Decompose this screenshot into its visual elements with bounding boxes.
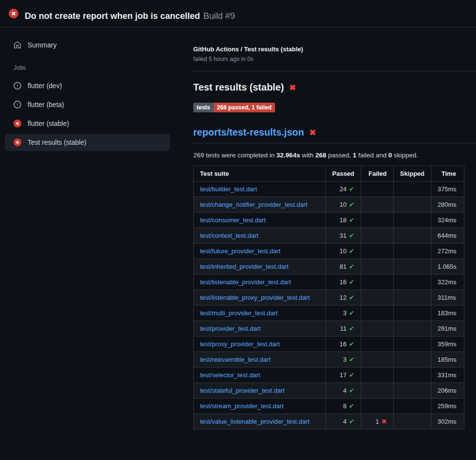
test-suite-cell: test/stream_provider_test.dart <box>194 399 326 414</box>
sidebar-item-summary[interactable]: Summary <box>5 36 170 54</box>
test-suite-link[interactable]: test/proxy_provider_test.dart <box>200 340 280 348</box>
summary-value: 0 <box>388 152 392 159</box>
passed-count: 10 <box>339 201 346 208</box>
test-suite-link[interactable]: test/listenable_provider_test.dart <box>200 278 291 286</box>
test-suite-link[interactable]: test/selector_test.dart <box>200 371 260 379</box>
check-icon: ✔ <box>349 387 354 394</box>
test-results-table: Test suitePassedFailedSkippedTime test/b… <box>193 166 464 429</box>
alert-circle-icon: ! <box>14 82 21 90</box>
skipped-cell <box>393 368 431 383</box>
passed-count: 11 <box>340 325 347 332</box>
run-meta: failed 5 hours ago in 0s <box>193 56 476 62</box>
failed-cell <box>361 182 393 197</box>
failed-cell <box>361 399 393 414</box>
column-header-time: Time <box>431 166 464 182</box>
x-circle-icon: ✖ <box>9 9 18 18</box>
passed-count: 81 <box>339 263 346 270</box>
time-cell: 311ms <box>431 290 464 306</box>
test-suite-row: test/consumer_test.dart18✔324ms <box>194 213 464 228</box>
passed-count: 31 <box>339 232 346 239</box>
passed-cell: 10✔ <box>326 244 361 259</box>
column-header-skipped: Skipped <box>393 166 431 182</box>
jobs-list: !flutter (dev)!flutter (beta)✖flutter (s… <box>5 77 170 151</box>
test-suite-row: test/proxy_provider_test.dart16✔359ms <box>194 337 464 352</box>
test-suite-link[interactable]: test/consumer_test.dart <box>200 216 266 224</box>
test-suite-link[interactable]: test/multi_provider_test.dart <box>200 309 277 317</box>
passed-cell: 4✔ <box>326 414 361 429</box>
section-title-group: Test results (stable) ✖ <box>193 82 476 93</box>
time-cell: 644ms <box>431 228 464 244</box>
test-suite-link[interactable]: test/stream_provider_test.dart <box>200 402 284 410</box>
test-suite-link[interactable]: test/change_notifier_provider_test.dart <box>200 201 307 208</box>
test-suite-cell: test/value_listenable_provider_test.dart <box>194 414 326 429</box>
main-content: GitHub Actions / Test results (stable) f… <box>182 28 476 429</box>
tests-badge: tests 268 passed, 1 failed <box>193 103 275 112</box>
failed-cell <box>361 228 393 244</box>
test-suite-link[interactable]: test/listenable_proxy_provider_test.dart <box>200 294 310 301</box>
test-suite-row: test/selector_test.dart17✔331ms <box>194 368 464 383</box>
passed-count: 17 <box>339 371 346 379</box>
passed-cell: 12✔ <box>326 290 361 306</box>
time-cell: 272ms <box>431 244 464 259</box>
test-suite-link[interactable]: test/value_listenable_provider_test.dart <box>200 418 309 425</box>
sidebar-item-job[interactable]: ✖flutter (stable) <box>5 115 170 132</box>
divider <box>193 71 476 71</box>
test-suite-cell: test/consumer_test.dart <box>194 213 326 228</box>
check-icon: ✔ <box>349 340 354 348</box>
summary-text: failed and <box>356 152 388 159</box>
failed-cell <box>361 259 393 275</box>
skipped-cell <box>393 213 431 228</box>
test-suite-cell: test/context_test.dart <box>194 228 326 244</box>
report-title-group: reports/test-results.json ✖ <box>193 127 476 143</box>
failed-cell <box>361 197 393 213</box>
sidebar-item-job[interactable]: ✖Test results (stable) <box>5 134 170 151</box>
check-icon: ✔ <box>349 294 354 301</box>
column-header-failed: Failed <box>361 166 393 182</box>
test-suite-row: test/multi_provider_test.dart3✔183ms <box>194 306 464 321</box>
test-suite-link[interactable]: test/provider_test.dart <box>200 325 261 332</box>
check-icon: ✔ <box>349 278 354 286</box>
report-file-link[interactable]: reports/test-results.json <box>193 127 304 138</box>
check-icon: ✔ <box>349 216 354 224</box>
time-cell: 280ms <box>431 197 464 213</box>
test-suite-link[interactable]: test/future_provider_test.dart <box>200 247 280 255</box>
passed-count: 24 <box>339 185 346 193</box>
x-icon: ✖ <box>289 83 296 92</box>
failed-cell <box>361 352 393 368</box>
test-suite-link[interactable]: test/reassemble_test.dart <box>200 356 271 363</box>
test-suite-cell: test/reassemble_test.dart <box>194 352 326 368</box>
job-label: flutter (stable) <box>28 120 69 127</box>
failed-cell <box>361 306 393 321</box>
sidebar-item-job[interactable]: !flutter (beta) <box>5 96 170 113</box>
check-icon: ✔ <box>349 402 354 410</box>
test-suite-row: test/future_provider_test.dart10✔272ms <box>194 244 464 259</box>
passed-count: 3 <box>343 309 346 317</box>
sidebar-item-job[interactable]: !flutter (dev) <box>5 77 170 94</box>
column-header-passed: Passed <box>326 166 361 182</box>
summary-line: 269 tests were completed in 32.964s with… <box>193 152 476 159</box>
test-suite-link[interactable]: test/context_test.dart <box>200 232 259 239</box>
test-suite-row: test/stateful_provider_test.dart4✔206ms <box>194 383 464 399</box>
summary-value: 268 <box>315 152 326 159</box>
test-suite-cell: test/listenable_proxy_provider_test.dart <box>194 290 326 306</box>
skipped-cell <box>393 306 431 321</box>
test-suite-cell: test/stateful_provider_test.dart <box>194 383 326 399</box>
x-circle-icon: ✖ <box>14 138 21 146</box>
test-suite-link[interactable]: test/inherited_provider_test.dart <box>200 263 289 270</box>
test-suite-row: test/change_notifier_provider_test.dart1… <box>194 197 464 213</box>
passed-cell: 24✔ <box>326 182 361 197</box>
time-cell: 185ms <box>431 352 464 368</box>
breadcrumb: GitHub Actions / Test results (stable) <box>193 46 476 53</box>
summary-text: with <box>300 152 316 159</box>
time-cell: 375ms <box>431 182 464 197</box>
failed-cell: 1✖ <box>361 414 393 429</box>
sidebar: Summary Jobs !flutter (dev)!flutter (bet… <box>0 28 182 153</box>
passed-cell: 17✔ <box>326 368 361 383</box>
test-suite-cell: test/provider_test.dart <box>194 321 326 337</box>
summary-text: skipped. <box>392 152 418 159</box>
test-suite-link[interactable]: test/builder_test.dart <box>200 185 257 193</box>
x-circle-icon: ✖ <box>14 120 21 127</box>
badge-value: 268 passed, 1 failed <box>214 103 275 112</box>
test-suite-link[interactable]: test/stateful_provider_test.dart <box>200 387 285 394</box>
test-suite-cell: test/listenable_provider_test.dart <box>194 275 326 290</box>
